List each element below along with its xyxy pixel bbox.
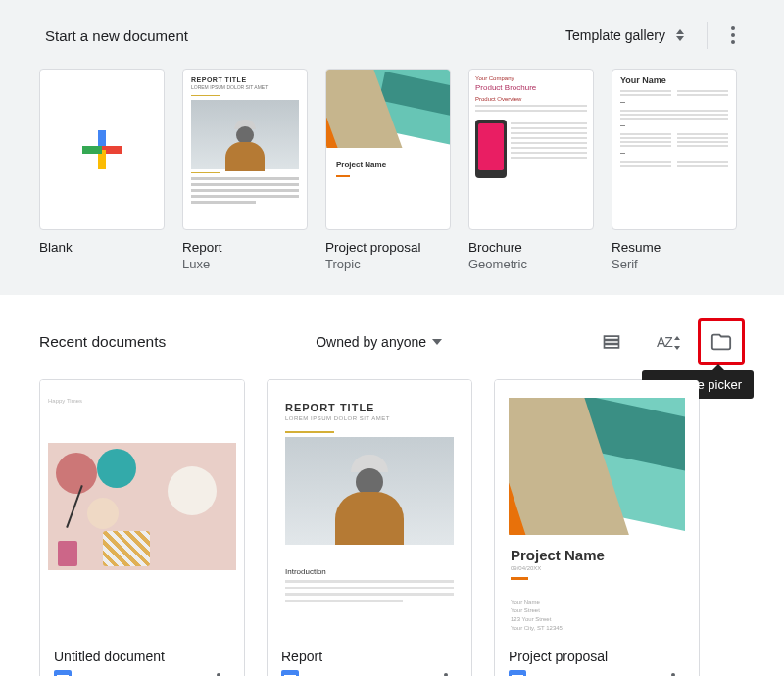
- list-view-button[interactable]: [592, 322, 631, 362]
- sort-button[interactable]: AZ: [645, 322, 684, 362]
- template-row: Blank REPORT TITLELOREM IPSUM DOLOR SIT …: [39, 69, 745, 271]
- recent-bar: Recent documents Owned by anyone AZ Open…: [39, 295, 745, 379]
- template-title: Blank: [39, 240, 165, 255]
- template-resume[interactable]: Your Name——— Resume Serif: [612, 69, 737, 271]
- doc-title: Report: [281, 649, 458, 664]
- template-blank[interactable]: Blank: [39, 69, 165, 271]
- template-gallery-button[interactable]: Template gallery: [562, 22, 689, 49]
- template-title: Resume: [612, 240, 737, 255]
- template-title: Brochure: [468, 240, 594, 255]
- sort-az-icon: AZ: [657, 334, 672, 350]
- doc-card-project-proposal[interactable]: Project Name09/04/20XXYour NameYour Stre…: [494, 379, 700, 676]
- open-file-picker-button[interactable]: Open file picker: [698, 318, 745, 365]
- template-subtitle: Tropic: [325, 257, 451, 271]
- templates-more-button[interactable]: [721, 24, 745, 47]
- chevron-down-icon: [432, 339, 442, 345]
- recent-documents-label: Recent documents: [39, 333, 166, 351]
- template-gallery-label: Template gallery: [565, 27, 665, 43]
- templates-header: Start a new document Template gallery: [39, 16, 745, 55]
- start-new-doc-label: Start a new document: [39, 27, 188, 44]
- docs-icon: [281, 670, 299, 676]
- list-icon: [602, 332, 621, 352]
- template-subtitle: Geometric: [468, 257, 594, 271]
- separator: [707, 22, 708, 49]
- owner-filter-label: Owned by anyone: [316, 334, 426, 350]
- docs-icon: [54, 670, 72, 676]
- docs-icon: [509, 670, 526, 676]
- doc-more-button[interactable]: [207, 670, 230, 676]
- doc-card-untitled[interactable]: Happy Times Untitled document Opened 16:…: [39, 379, 245, 676]
- owner-filter-dropdown[interactable]: Owned by anyone: [316, 334, 442, 350]
- recent-grid: Happy Times Untitled document Opened 16:…: [39, 379, 745, 676]
- templates-section: Start a new document Template gallery Bl…: [0, 0, 784, 295]
- doc-more-button[interactable]: [434, 670, 458, 676]
- plus-icon: [82, 130, 122, 169]
- template-title: Project proposal: [325, 240, 451, 255]
- doc-card-report[interactable]: REPORT TITLELOREM IPSUM DOLOR SIT AMETIn…: [267, 379, 472, 676]
- folder-icon: [710, 331, 732, 353]
- template-title: Report: [182, 240, 308, 255]
- template-subtitle: Luxe: [182, 257, 308, 271]
- template-brochure[interactable]: Your CompanyProduct BrochureProduct Over…: [468, 69, 594, 271]
- doc-title: Project proposal: [509, 649, 685, 664]
- template-report[interactable]: REPORT TITLELOREM IPSUM DOLOR SIT AMET R…: [182, 69, 308, 271]
- unfold-icon: [675, 29, 685, 41]
- doc-more-button[interactable]: [662, 670, 685, 676]
- template-subtitle: Serif: [612, 257, 737, 271]
- doc-title: Untitled document: [54, 649, 230, 664]
- template-project-proposal[interactable]: Project Name Project proposal Tropic: [325, 69, 451, 271]
